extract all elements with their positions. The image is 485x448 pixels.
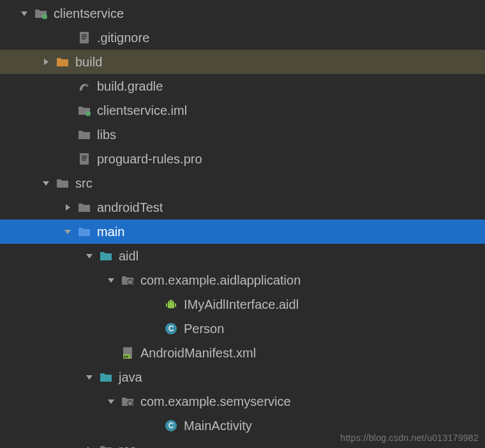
tree-row[interactable]: main (0, 220, 485, 244)
tree-row[interactable]: aidl (0, 244, 485, 268)
arrow-placeholder (61, 104, 74, 117)
tree-row[interactable]: libs (0, 123, 485, 147)
expand-arrow-icon[interactable] (40, 177, 52, 190)
folder-blue-icon (77, 224, 92, 239)
arrow-placeholder (61, 153, 74, 165)
file-text-icon (77, 151, 92, 167)
expand-arrow-icon[interactable] (61, 201, 74, 214)
svg-point-0 (42, 14, 47, 19)
tree-item-label: .gitignore (97, 31, 149, 45)
manifest-icon: MF (120, 345, 135, 361)
svg-rect-13 (168, 303, 174, 308)
tree-row[interactable]: com.example.aidlapplication (0, 268, 485, 292)
svg-rect-9 (82, 158, 87, 159)
tree-item-label: com.example.aidlapplication (140, 273, 301, 288)
svg-point-17 (172, 301, 173, 302)
tree-item-label: clientservice.iml (97, 103, 187, 118)
svg-rect-14 (166, 303, 167, 307)
svg-point-5 (86, 84, 87, 86)
tree-item-label: aidl (119, 249, 138, 264)
expand-arrow-icon[interactable] (83, 444, 96, 448)
svg-rect-10 (82, 160, 86, 161)
tree-row[interactable]: java (0, 365, 485, 389)
folder-gray-icon (98, 442, 114, 448)
expand-arrow-icon[interactable] (105, 274, 117, 287)
folder-gray-icon (77, 200, 92, 215)
arrow-placeholder (148, 322, 161, 335)
tree-item-label: androidTest (97, 200, 163, 215)
folder-module-icon (77, 103, 92, 118)
tree-item-label: proguard-rules.pro (97, 152, 202, 167)
tree-item-label: build (75, 55, 102, 70)
expand-arrow-icon[interactable] (83, 250, 96, 262)
tree-item-label: build.gradle (97, 79, 163, 94)
svg-rect-15 (175, 303, 176, 307)
android-icon (163, 297, 179, 312)
folder-orange-icon (55, 54, 70, 70)
svg-text:MF: MF (124, 355, 130, 359)
tree-item-label: java (119, 370, 142, 385)
arrow-placeholder (148, 419, 161, 432)
tree-item-label: res (119, 443, 137, 449)
tree-row[interactable]: clientservice (0, 1, 485, 26)
tree-item-label: AndroidManifest.xml (140, 346, 256, 361)
tree-item-label: src (75, 176, 93, 191)
svg-rect-3 (82, 36, 87, 38)
tree-row[interactable]: build.gradle (0, 74, 485, 98)
package-icon (120, 273, 135, 288)
tree-row[interactable]: clientservice.iml (0, 98, 485, 123)
arrow-placeholder (61, 80, 74, 93)
svg-point-24 (128, 401, 133, 406)
tree-item-label: IMyAidlInterface.aidl (184, 297, 299, 312)
folder-gray-icon (55, 175, 70, 191)
tree-row[interactable]: MFAndroidManifest.xml (0, 341, 485, 365)
tree-item-label: com.example.semyservice (140, 394, 291, 409)
class-icon: C (163, 418, 179, 433)
svg-text:C: C (168, 324, 174, 333)
tree-row[interactable]: androidTest (0, 195, 485, 220)
expand-arrow-icon[interactable] (61, 225, 74, 238)
watermark-text: https://blog.csdn.net/u013179982 (340, 433, 479, 443)
tree-row[interactable]: .gitignore (0, 26, 485, 50)
project-tree: clientservice.gitignorebuildbuild.gradle… (0, 0, 485, 448)
tree-row[interactable]: com.example.semyservice (0, 389, 485, 414)
tree-row[interactable]: proguard-rules.pro (0, 147, 485, 171)
svg-rect-7 (80, 153, 89, 165)
tree-item-label: Person (184, 322, 224, 336)
svg-rect-8 (82, 156, 87, 157)
arrow-placeholder (61, 31, 74, 44)
svg-rect-4 (82, 38, 86, 40)
tree-row[interactable]: src (0, 171, 485, 195)
arrow-placeholder (61, 128, 74, 141)
arrow-placeholder (148, 298, 161, 311)
expand-arrow-icon[interactable] (83, 371, 96, 384)
tree-item-label: clientservice (54, 6, 124, 21)
folder-teal-icon (98, 248, 114, 264)
expand-arrow-icon[interactable] (40, 56, 52, 68)
svg-rect-2 (82, 34, 87, 36)
tree-row[interactable]: IMyAidlInterface.aidl (0, 292, 485, 317)
gradle-icon (77, 78, 92, 94)
expand-arrow-icon[interactable] (18, 7, 31, 20)
tree-row[interactable]: CPerson (0, 317, 485, 341)
tree-item-label: libs (97, 128, 116, 142)
svg-point-16 (169, 301, 170, 302)
tree-row[interactable]: build (0, 50, 485, 74)
folder-gray-icon (77, 127, 92, 142)
svg-text:C: C (168, 421, 174, 430)
tree-item-label: MainActivity (184, 419, 252, 433)
arrow-placeholder (105, 347, 117, 359)
folder-teal-icon (98, 370, 114, 385)
file-text-icon (77, 30, 92, 45)
svg-point-6 (86, 111, 91, 116)
package-icon (120, 394, 135, 409)
expand-arrow-icon[interactable] (105, 395, 117, 408)
svg-point-12 (128, 280, 133, 285)
folder-module-icon (33, 6, 48, 21)
class-icon: C (163, 321, 179, 336)
tree-item-label: main (97, 225, 124, 239)
svg-rect-1 (80, 32, 89, 43)
